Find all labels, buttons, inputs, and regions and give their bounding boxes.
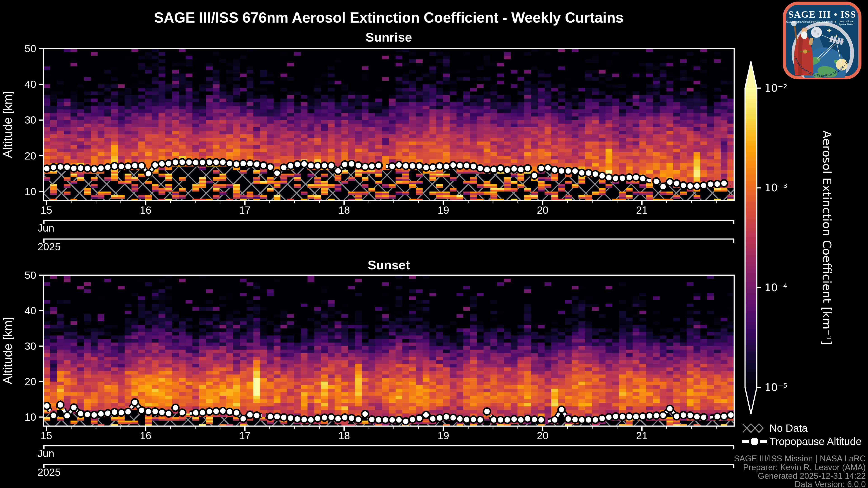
x-tick-label: 15 [41,204,52,216]
attribution-version: Data Version: 6.0.0 [795,480,866,488]
colorbar-top-arrow [745,61,757,88]
sunset-year-label: 2025 [37,466,61,478]
logo-subtitle-right-1: International [840,20,854,23]
attribution-block: SAGE III/ISS Mission | NASA LaRC Prepare… [734,454,866,488]
x-tick-label: 15 [41,430,52,442]
no-data-label: No Data [770,422,808,434]
sunrise-date-axis: Jun 2025 [37,220,734,253]
colorbar-tick-1e-3: 10⁻³ [765,182,787,194]
figure-chrome: SAGE III/ISS 676nm Aerosol Extinction Co… [0,0,868,488]
y-tick-label: 20 [25,376,36,387]
sunset-panel-title: Sunset [368,258,410,272]
logo-subtitle-left: Stratospheric Aerosol and Gas Experiment… [786,20,836,23]
y-tick-label: 40 [25,78,36,90]
logo-moon-icon [811,27,822,38]
colorbar-tick-1e-2: 10⁻² [765,82,787,94]
sunrise-y-axis-label: Altitude [km] [1,91,14,158]
no-data-hatch-icon [743,424,763,432]
sunset-panel-spine [43,275,734,426]
x-tick-label: 18 [338,204,350,216]
tropopause-line-icon [742,437,767,445]
x-tick-label: 17 [239,204,251,216]
x-tick-label: 19 [438,430,449,442]
x-tick-label: 19 [438,204,449,216]
colorbar: 10⁻² 10⁻³ 10⁻⁴ 10⁻⁵ Aerosol Extinction C… [745,61,834,414]
colorbar-bottom-arrow [745,387,757,414]
sunset-date-axis: Jun 2025 [37,446,734,478]
x-tick-label: 21 [636,204,648,216]
sunset-y-axis-label: Altitude [km] [1,317,14,384]
attribution-mission: SAGE III/ISS Mission | NASA LaRC [734,454,866,463]
x-tick-label: 20 [537,204,548,216]
y-tick-label: 30 [25,340,36,352]
sunrise-panel-title: Sunrise [366,30,412,44]
y-tick-label: 20 [25,150,36,162]
tropopause-label: Tropopause Altitude [770,435,862,447]
sunrise-panel: Sunrise Altitude [km] 5040302010 1516171… [1,30,734,253]
y-tick-label: 50 [25,43,36,55]
y-tick-label: 40 [25,305,36,317]
attribution-preparer: Preparer: Kevin R. Leavor (AMA) [743,463,866,472]
x-tick-label: 16 [140,204,151,216]
x-tick-label: 18 [338,430,350,442]
sunrise-month-label: Jun [37,222,54,234]
y-tick-label: 10 [25,186,36,197]
y-tick-label: 50 [25,269,36,281]
y-tick-label: 10 [25,411,36,423]
sunset-x-ticks: 15161718192021 [41,426,716,442]
figure-title: SAGE III/ISS 676nm Aerosol Extinction Co… [154,9,624,26]
colorbar-axis-label: Aerosol Extinction Coefficient [km⁻¹] [820,130,834,345]
y-tick-label: 30 [25,114,36,126]
attribution-generated: Generated 2025-12-31 14:22 [758,471,866,481]
colorbar-tick-1e-5: 10⁻⁵ [765,381,787,394]
x-tick-label: 21 [636,430,648,442]
sunrise-year-label: 2025 [37,241,61,253]
x-tick-label: 17 [239,430,251,442]
sunrise-y-ticks: 5040302010 [25,43,43,197]
sunrise-x-ticks: 15161718192021 [41,201,716,216]
sunset-panel: Sunset Altitude [km] 5040302010 15161718… [1,258,734,478]
x-tick-label: 20 [537,430,548,442]
colorbar-tick-1e-4: 10⁻⁴ [765,282,787,294]
logo-subtitle-right-2: Space Station [839,23,855,26]
x-tick-label: 16 [140,430,151,442]
sunset-y-ticks: 5040302010 [25,269,43,423]
sunrise-panel-spine [43,48,734,201]
logo-title: SAGE III • ISS [788,9,856,20]
sunset-month-label: Jun [37,448,54,459]
legend: No Data Tropopause Altitude [742,422,862,447]
colorbar-gradient [745,88,757,387]
